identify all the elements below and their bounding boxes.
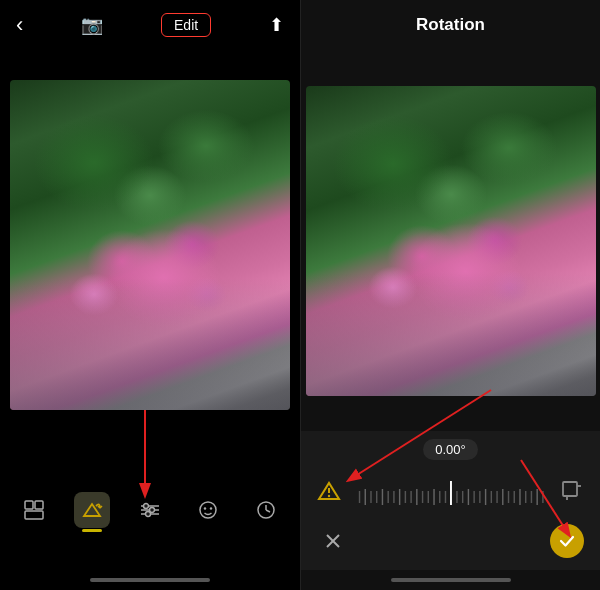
svg-rect-42: [456, 491, 457, 503]
home-bar: [90, 578, 210, 582]
svg-rect-53: [519, 489, 520, 505]
rotate-left-button[interactable]: [313, 475, 345, 507]
svg-rect-38: [433, 489, 434, 505]
svg-rect-47: [485, 489, 486, 505]
svg-rect-52: [514, 491, 515, 503]
left-toolbar: T: [0, 492, 342, 528]
back-button[interactable]: ‹: [16, 14, 23, 36]
svg-rect-4: [25, 501, 33, 509]
svg-point-11: [144, 504, 149, 509]
right-image-area: [301, 50, 600, 431]
right-home-indicator: [301, 570, 600, 590]
action-row: [301, 516, 600, 566]
svg-rect-50: [502, 489, 503, 505]
left-panel: ‹ 📷 Edit ⬆: [0, 0, 300, 590]
right-panel-title: Rotation: [416, 15, 485, 35]
svg-rect-39: [439, 491, 440, 503]
toolbar-face[interactable]: [190, 492, 226, 528]
svg-rect-58: [563, 482, 577, 496]
svg-rect-45: [473, 491, 474, 503]
svg-point-23: [328, 495, 330, 497]
svg-rect-6: [25, 511, 43, 519]
svg-rect-34: [410, 491, 411, 503]
confirm-button[interactable]: [550, 524, 584, 558]
crop-button[interactable]: [556, 475, 588, 507]
left-photo: [10, 80, 290, 410]
svg-rect-41: [450, 481, 452, 505]
svg-point-15: [204, 507, 206, 509]
left-home-indicator: [0, 570, 300, 590]
svg-rect-33: [405, 491, 406, 503]
right-panel: Rotation 0.00°: [301, 0, 600, 590]
svg-rect-51: [508, 491, 509, 503]
svg-rect-49: [496, 491, 497, 503]
toolbar-rotate[interactable]: [74, 492, 110, 528]
svg-line-19: [266, 510, 270, 512]
svg-rect-55: [531, 491, 532, 503]
cancel-button[interactable]: [317, 525, 349, 557]
svg-rect-56: [536, 489, 537, 505]
left-header: ‹ 📷 Edit ⬆: [0, 0, 300, 50]
svg-rect-29: [382, 489, 383, 505]
svg-rect-30: [387, 491, 388, 503]
rotation-ruler[interactable]: [355, 471, 546, 511]
svg-point-14: [200, 502, 216, 518]
rotation-controls: 0.00°: [301, 431, 600, 570]
svg-point-16: [210, 507, 212, 509]
svg-rect-54: [525, 491, 526, 503]
right-photo: [306, 86, 596, 396]
svg-rect-27: [370, 491, 371, 503]
svg-rect-28: [376, 491, 377, 503]
right-home-bar: [391, 578, 511, 582]
share-button[interactable]: ⬆: [269, 14, 284, 36]
svg-rect-48: [491, 491, 492, 503]
svg-rect-5: [35, 501, 43, 509]
edit-button[interactable]: Edit: [161, 13, 211, 37]
toolbar-clock[interactable]: [248, 492, 284, 528]
svg-rect-57: [542, 491, 543, 503]
right-header: Rotation: [301, 0, 600, 50]
svg-rect-26: [365, 489, 366, 505]
svg-rect-32: [399, 489, 400, 505]
svg-point-13: [146, 512, 151, 517]
svg-rect-37: [428, 491, 429, 503]
svg-rect-36: [422, 491, 423, 503]
toolbar-layout[interactable]: [16, 492, 52, 528]
left-image-area: [0, 50, 300, 440]
angle-value: 0.00°: [423, 439, 478, 460]
slider-row: [301, 466, 600, 516]
svg-rect-44: [468, 489, 469, 505]
svg-rect-40: [445, 491, 446, 503]
svg-rect-46: [479, 491, 480, 503]
svg-rect-35: [416, 489, 417, 505]
toolbar-adjust[interactable]: [132, 492, 168, 528]
left-toolbar-area: T: [0, 440, 300, 570]
camera-icon: 📷: [81, 14, 103, 36]
svg-rect-43: [462, 491, 463, 503]
angle-display: 0.00°: [301, 439, 600, 460]
svg-rect-31: [393, 491, 394, 503]
svg-rect-25: [359, 491, 360, 503]
